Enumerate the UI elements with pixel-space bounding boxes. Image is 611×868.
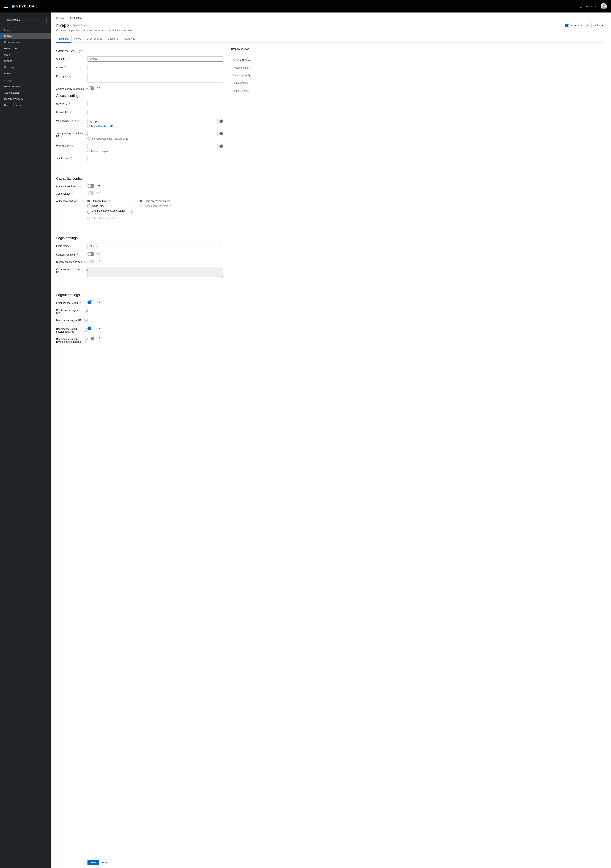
- admin-url-input[interactable]: [87, 156, 223, 161]
- help-icon[interactable]: ?: [85, 310, 87, 313]
- implicit-flow-checkbox[interactable]: [87, 205, 90, 207]
- help-icon[interactable]: ?: [85, 339, 87, 342]
- help-icon[interactable]: ?: [167, 200, 170, 202]
- display-client-value: Off: [96, 260, 100, 263]
- sidebar-item-authentication[interactable]: Authentication: [0, 90, 51, 96]
- revert-button[interactable]: Revert: [101, 860, 109, 865]
- sidebar-item-realm-settings[interactable]: Realm settings: [0, 83, 51, 90]
- tab-settings[interactable]: Settings: [56, 35, 71, 43]
- client-id-input[interactable]: [87, 56, 223, 62]
- valid-post-logout-input[interactable]: [87, 131, 218, 136]
- help-icon[interactable]: ?: [586, 24, 589, 27]
- front-channel-url-input[interactable]: [87, 308, 223, 313]
- add-redirect-link[interactable]: +Add valid redirect URIs: [87, 125, 223, 128]
- backchannel-session-switch[interactable]: [87, 327, 95, 330]
- help-icon[interactable]: ?: [580, 5, 582, 8]
- jump-title: Jump to section: [230, 48, 265, 51]
- help-icon[interactable]: ?: [70, 75, 72, 78]
- jump-capability[interactable]: Capability config: [230, 71, 265, 79]
- help-icon[interactable]: ?: [76, 253, 79, 256]
- sidebar-item-events[interactable]: Events: [0, 70, 51, 77]
- help-icon[interactable]: ?: [68, 102, 70, 105]
- front-channel-switch[interactable]: [87, 301, 95, 304]
- help-icon[interactable]: ?: [84, 319, 87, 322]
- always-display-switch[interactable]: [87, 87, 95, 90]
- jump-login[interactable]: Login settings: [230, 79, 265, 87]
- help-icon[interactable]: ?: [79, 302, 82, 304]
- help-icon[interactable]: ?: [71, 192, 74, 195]
- client-auth-switch[interactable]: [87, 184, 95, 188]
- jump-access[interactable]: Access settings: [230, 64, 265, 71]
- direct-access-checkbox[interactable]: [140, 200, 142, 202]
- sidebar-item-sessions[interactable]: Sessions: [0, 64, 51, 70]
- help-icon[interactable]: ?: [170, 205, 172, 207]
- help-icon[interactable]: ?: [105, 205, 108, 207]
- breadcrumb: Clients › Client details: [56, 17, 605, 19]
- save-button[interactable]: Save: [87, 860, 99, 865]
- direct-access-label: Direct access grants: [144, 200, 166, 202]
- help-icon[interactable]: ?: [85, 134, 87, 136]
- consent-required-label: Consent required ?: [56, 252, 87, 256]
- help-icon[interactable]: ?: [85, 88, 87, 90]
- user-menu[interactable]: admin: [586, 5, 596, 8]
- caret-down-icon: [43, 20, 44, 20]
- web-origins-input[interactable]: [87, 144, 218, 149]
- sidebar-item-identity-providers[interactable]: Identity providers: [0, 96, 51, 102]
- name-input[interactable]: [87, 65, 223, 70]
- implicit-flow-label: Implicit flow: [91, 205, 104, 207]
- standard-flow-checkbox[interactable]: [87, 200, 90, 202]
- help-icon[interactable]: ?: [108, 200, 110, 202]
- tab-roles[interactable]: Roles: [71, 35, 84, 43]
- help-icon[interactable]: ?: [70, 145, 73, 147]
- help-icon[interactable]: ?: [70, 157, 72, 160]
- login-theme-select[interactable]: Choose...: [87, 243, 223, 249]
- help-icon[interactable]: ?: [64, 66, 66, 69]
- tab-advanced[interactable]: Advanced: [121, 35, 138, 43]
- sidebar-item-users[interactable]: Users: [0, 51, 51, 58]
- description-label: Description ?: [56, 74, 87, 78]
- remove-web-origin-button[interactable]: −: [219, 144, 223, 148]
- consent-required-switch[interactable]: [87, 252, 95, 256]
- description-input[interactable]: [87, 74, 223, 82]
- home-url-input[interactable]: [87, 110, 223, 115]
- consent-text-input: [87, 267, 223, 277]
- client-auth-label: Client authentication ?: [56, 184, 87, 188]
- breadcrumb-clients[interactable]: Clients: [56, 17, 64, 19]
- help-icon[interactable]: ?: [85, 270, 87, 272]
- valid-redirect-input[interactable]: [87, 119, 218, 124]
- help-icon[interactable]: ?: [85, 329, 87, 332]
- root-url-input[interactable]: [87, 101, 223, 106]
- realm-select[interactable]: experimental: [4, 17, 47, 23]
- enabled-switch[interactable]: [564, 23, 572, 28]
- backchannel-session-label: Backchannel logout session required ?: [56, 327, 87, 333]
- menu-toggle[interactable]: [4, 4, 8, 8]
- remove-redirect-button[interactable]: −: [219, 119, 223, 123]
- help-icon[interactable]: ?: [69, 111, 72, 114]
- help-icon[interactable]: ?: [112, 217, 115, 220]
- tab-sessions[interactable]: Sessions: [105, 35, 121, 43]
- oauth-device-checkbox[interactable]: [87, 211, 90, 214]
- access-heading: Access settings: [56, 94, 223, 98]
- sidebar-item-groups[interactable]: Groups: [0, 58, 51, 64]
- action-dropdown[interactable]: Action: [591, 23, 605, 28]
- backchannel-url-input[interactable]: [87, 318, 223, 323]
- sidebar-item-client-scopes[interactable]: Client scopes: [0, 39, 51, 45]
- svg-point-5: [603, 4, 605, 6]
- admin-url-label: Admin URL ?: [56, 156, 87, 160]
- tab-client-scopes[interactable]: Client scopes: [84, 35, 105, 43]
- help-icon[interactable]: ?: [68, 57, 71, 60]
- help-icon[interactable]: ?: [130, 211, 133, 214]
- plus-icon: +: [87, 125, 90, 127]
- sidebar-item-clients[interactable]: Clients: [0, 33, 51, 39]
- jump-logout[interactable]: Logout settings: [230, 87, 265, 95]
- help-icon[interactable]: ?: [79, 185, 82, 188]
- help-icon[interactable]: ?: [78, 120, 80, 122]
- avatar[interactable]: [600, 3, 607, 9]
- remove-post-logout-button[interactable]: −: [219, 132, 223, 135]
- sidebar-item-user-federation[interactable]: User federation: [0, 102, 51, 108]
- help-icon[interactable]: ?: [71, 245, 73, 247]
- sidebar-item-realm-roles[interactable]: Realm roles: [0, 45, 51, 51]
- jump-general[interactable]: General Settings: [230, 56, 265, 64]
- backchannel-revoke-switch[interactable]: [87, 336, 95, 340]
- help-icon[interactable]: ?: [83, 261, 85, 264]
